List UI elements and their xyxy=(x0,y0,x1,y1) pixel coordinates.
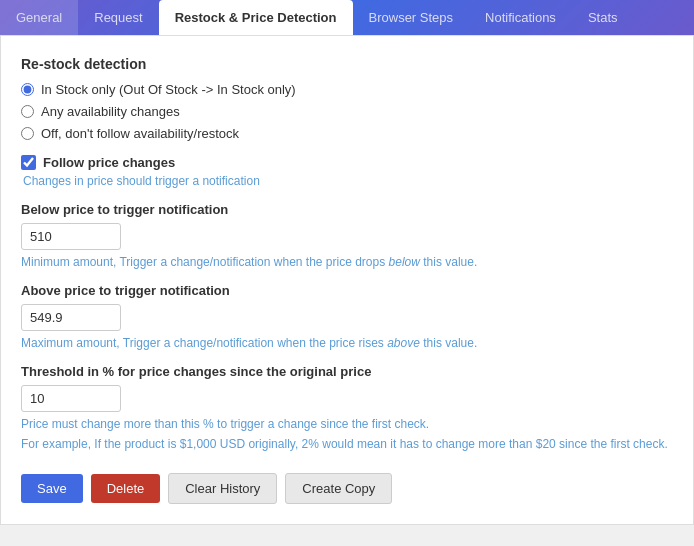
threshold-label: Threshold in % for price changes since t… xyxy=(21,364,673,379)
clear-history-button[interactable]: Clear History xyxy=(168,473,277,504)
below-price-hint: Minimum amount, Trigger a change/notific… xyxy=(21,255,673,269)
below-price-section: Below price to trigger notification Mini… xyxy=(21,202,673,269)
below-price-input[interactable] xyxy=(21,223,121,250)
follow-price-row: Follow price changes xyxy=(21,155,673,170)
restock-radio-group: In Stock only (Out Of Stock -> In Stock … xyxy=(21,82,673,141)
radio-in-stock-label: In Stock only (Out Of Stock -> In Stock … xyxy=(41,82,296,97)
above-price-label: Above price to trigger notification xyxy=(21,283,673,298)
tab-general[interactable]: General xyxy=(0,0,78,35)
bottom-bar: Save Delete Clear History Create Copy xyxy=(21,461,673,504)
delete-button[interactable]: Delete xyxy=(91,474,161,503)
restock-section-title: Re-stock detection xyxy=(21,56,673,72)
create-copy-button[interactable]: Create Copy xyxy=(285,473,392,504)
radio-off[interactable]: Off, don't follow availability/restock xyxy=(21,126,673,141)
tabs-bar: General Request Restock & Price Detectio… xyxy=(0,0,694,35)
threshold-hint1: Price must change more than this % to tr… xyxy=(21,417,673,431)
save-button[interactable]: Save xyxy=(21,474,83,503)
above-price-input[interactable] xyxy=(21,304,121,331)
radio-in-stock[interactable]: In Stock only (Out Of Stock -> In Stock … xyxy=(21,82,673,97)
tab-stats[interactable]: Stats xyxy=(572,0,634,35)
radio-any-avail[interactable]: Any availability changes xyxy=(21,104,673,119)
radio-off-label: Off, don't follow availability/restock xyxy=(41,126,239,141)
main-content: Re-stock detection In Stock only (Out Of… xyxy=(0,35,694,525)
tab-browser-steps[interactable]: Browser Steps xyxy=(353,0,470,35)
tab-restock[interactable]: Restock & Price Detection xyxy=(159,0,353,35)
follow-price-label[interactable]: Follow price changes xyxy=(43,155,175,170)
threshold-input[interactable] xyxy=(21,385,121,412)
threshold-section: Threshold in % for price changes since t… xyxy=(21,364,673,451)
tab-request[interactable]: Request xyxy=(78,0,158,35)
above-price-hint: Maximum amount, Trigger a change/notific… xyxy=(21,336,673,350)
above-price-section: Above price to trigger notification Maxi… xyxy=(21,283,673,350)
below-price-label: Below price to trigger notification xyxy=(21,202,673,217)
radio-any-avail-label: Any availability changes xyxy=(41,104,180,119)
follow-price-checkbox[interactable] xyxy=(21,155,36,170)
threshold-hint2: For example, If the product is $1,000 US… xyxy=(21,437,673,451)
tab-notifications[interactable]: Notifications xyxy=(469,0,572,35)
follow-price-hint: Changes in price should trigger a notifi… xyxy=(23,174,673,188)
